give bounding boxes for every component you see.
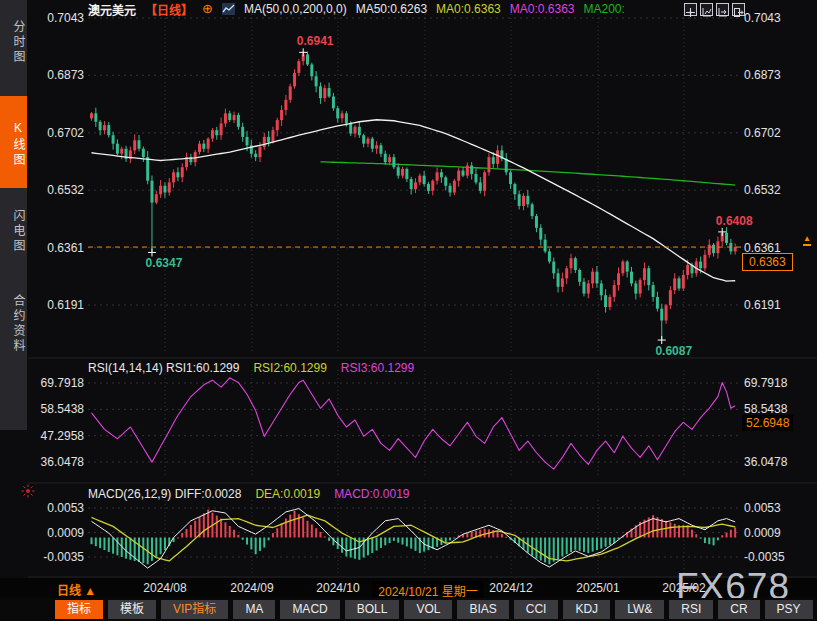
date-axis-label: 2024/10 — [316, 581, 359, 595]
ma0-yellow-value: MA0:0.6363 — [436, 2, 501, 16]
dea-value: DEA:0.0019 — [255, 487, 320, 501]
rsi-axis-label-left: 69.7918 — [30, 376, 84, 390]
toolbar-button-指标[interactable]: 指标 — [55, 600, 103, 619]
chart-type-icon[interactable] — [222, 3, 235, 15]
price-annotation: 0.6941 — [297, 34, 334, 48]
price-axis-label-left: 0.6702 — [30, 126, 84, 140]
crosshair-icon[interactable] — [684, 3, 697, 16]
price-axis-label-left: 0.7043 — [30, 11, 84, 25]
rsi-axis-label-left: 58.5438 — [30, 402, 84, 416]
rsi2-value: RSI2:60.1299 — [253, 361, 326, 375]
toolbar-button-MACD[interactable]: MACD — [280, 600, 339, 619]
price-axis-label-right: 0.6191 — [744, 298, 781, 312]
sidebar-tab-4[interactable]: 合约资料 — [0, 268, 27, 376]
rsi-axis-label-right: 69.7918 — [744, 376, 787, 390]
toolbar-button-RSI[interactable]: RSI — [669, 600, 713, 619]
macd-header: MACD(26,12,9) DIFF:0.0028 DEA:0.0019 MAC… — [88, 487, 410, 501]
toolbar-button-VOL[interactable]: VOL — [404, 600, 452, 619]
ma-settings-label: MA(50,0,0,200,0,0) — [244, 2, 347, 16]
toolbar-button-LW&[interactable]: LW& — [615, 600, 664, 619]
macd-axis-label-right: 0.0053 — [744, 501, 781, 515]
price-axis-label-left: 0.6873 — [30, 68, 84, 82]
chart-toolbar-icons — [684, 3, 745, 16]
current-price-tag: 0.6363 — [742, 253, 793, 271]
price-annotation: 0.6347 — [146, 256, 183, 270]
toolbar-button-MA[interactable]: MA — [233, 600, 275, 619]
price-axis-label-left: 0.6191 — [30, 298, 84, 312]
price-annotation: 0.6408 — [716, 214, 753, 228]
sidebar-tab-1[interactable]: 分时图 — [0, 4, 27, 76]
rsi-header: RSI(14,14,14) RSI1:60.1299 RSI2:60.1299 … — [88, 361, 414, 375]
macd-params-value: MACD(26,12,9) DIFF:0.0028 — [88, 487, 241, 501]
bottom-toolbar: 指标模板VIP指标MAMACDBOLLVOLBIASCCIKDJLW&RSICR… — [0, 598, 817, 621]
sidebar-tab-3[interactable]: 闪电图 — [0, 196, 27, 262]
period-tag: 【日线】 — [145, 1, 193, 18]
price-axis-label-right: 0.7043 — [744, 11, 781, 25]
add-indicator-icon[interactable]: ⊕ — [202, 3, 213, 15]
price-axis-label-left: 0.6361 — [30, 241, 84, 255]
macd-axis-label-right: -0.0035 — [744, 550, 785, 564]
symbol-title: 澳元美元 — [88, 1, 136, 18]
chart-canvas[interactable] — [0, 0, 817, 621]
macd-axis-label-left: -0.0035 — [30, 550, 84, 564]
ma50-value: MA50:0.6263 — [356, 2, 427, 16]
price-axis-label-right: 0.6702 — [744, 126, 781, 140]
zoom-time-icon[interactable] — [700, 3, 713, 16]
date-axis-label: 2024/12 — [489, 581, 532, 595]
price-axis-label-left: 0.6532 — [30, 183, 84, 197]
chart-app: 分时图K线图闪电图合约资料 澳元美元 【日线】 ⊕ MA(50,0,0,200,… — [0, 0, 817, 621]
macd-axis-label-right: 0.0009 — [744, 526, 781, 540]
price-axis-label-right: 0.6873 — [744, 68, 781, 82]
toolbar-button-模板[interactable]: 模板 — [108, 600, 156, 619]
price-axis-label-right: 0.6532 — [744, 183, 781, 197]
macd-axis-label-left: 0.0053 — [30, 501, 84, 515]
indicator-settings-icon[interactable] — [21, 484, 35, 498]
macd-axis-label-left: 0.0009 — [30, 526, 84, 540]
sidebar-tab-2[interactable]: K线图 — [0, 96, 27, 188]
period-label[interactable]: 日线 ▲ — [57, 581, 96, 598]
rsi3-value: RSI3:60.1299 — [341, 361, 414, 375]
ma0-magenta-value: MA0:0.6363 — [510, 2, 575, 16]
date-axis-label: 2024/09 — [230, 581, 273, 595]
toolbar-button-CCI[interactable]: CCI — [514, 600, 559, 619]
date-axis-label: 2024/08 — [143, 581, 186, 595]
toolbar-button-KDJ[interactable]: KDJ — [563, 600, 610, 619]
price-annotation: 0.6087 — [655, 344, 692, 358]
macd-value: MACD:0.0019 — [334, 487, 409, 501]
date-axis-label: 2025/01 — [576, 581, 619, 595]
toolbar-button-CR[interactable]: CR — [718, 600, 759, 619]
rsi-params-value: RSI(14,14,14) RSI1:60.1299 — [88, 361, 239, 375]
toolbar-button-BOLL[interactable]: BOLL — [345, 600, 400, 619]
rsi-axis-label-left: 47.2958 — [30, 429, 84, 443]
toolbar-button-BIAS[interactable]: BIAS — [457, 600, 508, 619]
rsi-axis-label-left: 36.0478 — [30, 455, 84, 469]
ma200-value: MA200: — [584, 2, 625, 16]
toolbar-button-PSY[interactable]: PSY — [765, 600, 813, 619]
rsi-axis-label-right: 36.0478 — [744, 455, 787, 469]
zoom-price-icon[interactable] — [716, 3, 729, 16]
toolbar-button-VIP指标[interactable]: VIP指标 — [161, 600, 228, 619]
chart-header: 澳元美元 【日线】 ⊕ MA(50,0,0,200,0,0) MA50:0.62… — [88, 1, 625, 17]
price-marker-icon: ▲ — [803, 235, 811, 246]
rsi-highlight-tag: 52.6948 — [742, 415, 793, 431]
sidebar: 分时图K线图闪电图合约资料 — [0, 0, 27, 430]
